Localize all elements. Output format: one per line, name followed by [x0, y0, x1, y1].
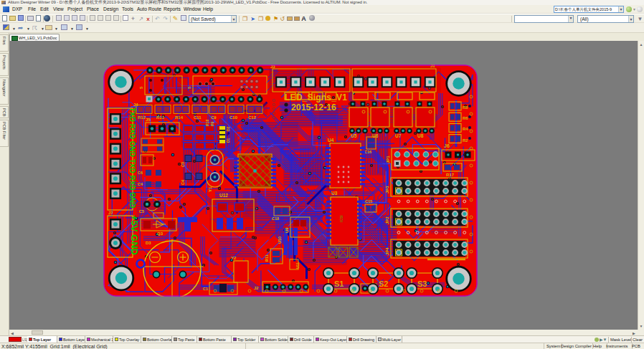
svg-text:U3: U3: [331, 191, 338, 196]
svg-text:U12: U12: [219, 193, 228, 198]
svg-text:U5: U5: [351, 133, 357, 138]
svg-text:U10: U10: [278, 236, 282, 244]
svg-text:U11: U11: [295, 262, 300, 269]
svg-text:S1: S1: [334, 279, 344, 288]
svg-text:C5: C5: [139, 209, 144, 214]
svg-text:5: 5: [139, 87, 143, 89]
svg-text:C15: C15: [365, 199, 372, 204]
svg-text:U6: U6: [372, 133, 379, 138]
svg-text:5: 5: [187, 87, 191, 89]
svg-text:R11: R11: [265, 254, 269, 262]
svg-text:J4: J4: [133, 102, 138, 107]
svg-text:J7: J7: [108, 211, 113, 215]
svg-text:C10: C10: [229, 115, 238, 120]
svg-text:D3: D3: [146, 241, 151, 245]
svg-text:U9: U9: [285, 227, 289, 233]
svg-text:D2: D2: [226, 126, 230, 131]
svg-text:J2: J2: [254, 286, 259, 290]
svg-text:U7: U7: [395, 133, 402, 138]
svg-text:C9: C9: [211, 115, 217, 120]
svg-text:J6: J6: [444, 143, 450, 148]
svg-text:S2: S2: [379, 279, 388, 288]
svg-text:R2: R2: [463, 138, 468, 143]
svg-text:2015-12-16: 2015-12-16: [291, 102, 336, 113]
svg-text:U4: U4: [328, 138, 334, 143]
svg-text:C4: C4: [138, 182, 143, 186]
svg-text:+5V GND: +5V GND: [129, 215, 140, 255]
svg-text:C4: C4: [181, 179, 185, 185]
svg-text:JP3: JP3: [385, 186, 389, 193]
svg-text:Y2: Y2: [231, 256, 237, 260]
svg-text:C1: C1: [203, 287, 208, 291]
svg-text:C6: C6: [138, 171, 143, 175]
svg-text:R10: R10: [205, 120, 209, 126]
svg-text:R17: R17: [446, 173, 455, 177]
svg-text:R6: R6: [463, 116, 468, 120]
svg-text:Y1: Y1: [208, 186, 212, 192]
svg-text:U8: U8: [417, 133, 424, 138]
svg-text:R8: R8: [463, 105, 468, 110]
svg-text:R4: R4: [463, 127, 468, 131]
svg-text:R9: R9: [210, 121, 214, 126]
svg-text:S3: S3: [417, 279, 427, 288]
svg-text:R13: R13: [156, 115, 165, 120]
svg-text:R14: R14: [175, 115, 184, 120]
svg-text:JP1: JP1: [386, 156, 390, 163]
svg-text:R12: R12: [138, 115, 146, 120]
svg-text:Q3: Q3: [157, 231, 164, 236]
svg-text:C12: C12: [248, 115, 257, 120]
svg-text:C3: C3: [181, 162, 185, 167]
svg-text:ICSI: ICSI: [339, 215, 344, 222]
svg-text:C11: C11: [194, 115, 202, 120]
svg-text:J5: J5: [146, 118, 151, 122]
svg-text:LED_Signs_V1: LED_Signs_V1: [285, 92, 347, 102]
svg-text:C18: C18: [272, 216, 279, 221]
svg-text:D1: D1: [226, 138, 230, 143]
svg-text:TXD RXD GND TXD RXD GND: TXD RXD GND TXD RXD GND: [128, 107, 136, 209]
svg-text:JP4: JP4: [385, 247, 389, 255]
svg-text:C16: C16: [364, 150, 371, 154]
svg-text:JP2: JP2: [385, 216, 389, 224]
